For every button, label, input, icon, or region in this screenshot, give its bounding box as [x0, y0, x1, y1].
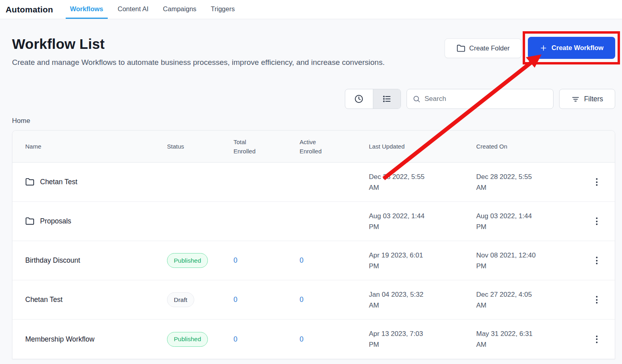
active-enrolled-link[interactable]: 0: [300, 296, 304, 304]
header-actions: Create Folder Create Workflow: [445, 37, 615, 59]
tab-content-ai[interactable]: Content AI: [113, 0, 153, 19]
column-header-total-enrolled: Total Enrolled: [234, 137, 266, 156]
create-folder-button[interactable]: Create Folder: [445, 38, 521, 58]
table-row[interactable]: Membership Workflow Published 0 0 Apr 13…: [12, 320, 615, 359]
view-toggle: [345, 89, 401, 109]
last-updated-value: Apr 13 2023, 7:03 PM: [369, 328, 434, 350]
row-menu-button[interactable]: [592, 293, 601, 307]
folder-icon: [25, 177, 34, 187]
search-icon: [413, 95, 421, 103]
tab-campaigns[interactable]: Campaigns: [159, 0, 201, 19]
top-navigation-bar: Automation Workflows Content AI Campaign…: [0, 0, 622, 19]
status-badge: Published: [167, 253, 208, 268]
table-row[interactable]: Chetan Test Draft 0 0 Jan 04 2023, 5:32 …: [12, 280, 615, 320]
created-on-value: Aug 03 2022, 1:44 PM: [476, 211, 541, 232]
clock-icon: [354, 94, 364, 104]
table-row[interactable]: Birthday Discount Published 0 0 Apr 19 2…: [12, 241, 615, 280]
create-folder-label: Create Folder: [469, 44, 510, 52]
tab-content-ai-label: Content AI: [118, 5, 149, 13]
active-enrolled-link[interactable]: 0: [300, 335, 304, 343]
list-icon: [382, 94, 392, 104]
tab-workflows-label: Workflows: [70, 5, 103, 13]
row-name[interactable]: Proposals: [40, 217, 71, 225]
active-enrolled-link[interactable]: 0: [300, 256, 304, 264]
tab-campaigns-label: Campaigns: [163, 5, 196, 13]
status-badge: Draft: [167, 292, 194, 307]
search-input[interactable]: [425, 95, 548, 103]
created-on-value: Dec 27 2022, 4:05 AM: [476, 289, 541, 311]
row-menu-button[interactable]: [592, 332, 601, 346]
search-box: [407, 89, 554, 109]
created-on-value: Nov 08 2021, 12:40 PM: [476, 250, 541, 271]
app-title: Automation: [0, 5, 53, 14]
main-content: Workflow List Create and manage Workflow…: [0, 19, 622, 364]
last-updated-value: Dec 28 2022, 5:55 AM: [369, 171, 434, 193]
create-workflow-label: Create Workflow: [552, 44, 604, 52]
last-updated-value: Aug 03 2022, 1:44 PM: [369, 211, 434, 232]
created-on-value: May 31 2022, 6:31 AM: [476, 328, 541, 350]
row-menu-button[interactable]: [592, 175, 601, 189]
row-name[interactable]: Birthday Discount: [25, 256, 80, 265]
row-menu-button[interactable]: [592, 253, 601, 267]
table-row[interactable]: Chetan Test Dec 28 2022, 5:55 AM Dec 28 …: [12, 163, 615, 202]
page-header: Workflow List Create and manage Workflow…: [12, 19, 615, 69]
tab-triggers[interactable]: Triggers: [206, 0, 239, 19]
total-enrolled-link[interactable]: 0: [234, 296, 238, 304]
folder-icon: [25, 217, 34, 226]
row-name[interactable]: Chetan Test: [40, 178, 77, 186]
total-enrolled-link[interactable]: 0: [234, 335, 238, 343]
nav-tabs: Workflows Content AI Campaigns Triggers: [66, 0, 245, 19]
total-enrolled-link[interactable]: 0: [234, 256, 238, 264]
table-row[interactable]: Proposals Aug 03 2022, 1:44 PM Aug 03 20…: [12, 202, 615, 241]
table-header-row: Name Status Total Enrolled Active Enroll…: [12, 131, 615, 163]
page-description: Create and manage Workflows to automate …: [12, 56, 413, 69]
history-view-button[interactable]: [345, 89, 373, 109]
column-header-active-enrolled: Active Enrolled: [300, 137, 332, 156]
last-updated-value: Apr 19 2023, 6:01 PM: [369, 250, 434, 271]
column-header-created-on: Created On: [476, 142, 592, 151]
table-toolbar: Filters: [12, 89, 615, 109]
row-name[interactable]: Membership Workflow: [25, 335, 95, 344]
tab-workflows[interactable]: Workflows: [66, 0, 108, 19]
filters-button[interactable]: Filters: [559, 89, 615, 109]
filter-icon: [571, 95, 580, 103]
last-updated-value: Jan 04 2023, 5:32 AM: [369, 289, 434, 311]
tab-triggers-label: Triggers: [211, 5, 235, 13]
plus-icon: [539, 44, 548, 52]
row-name[interactable]: Chetan Test: [25, 296, 62, 304]
column-header-status: Status: [167, 142, 234, 151]
filters-label: Filters: [584, 95, 603, 103]
list-view-button[interactable]: [373, 89, 401, 109]
created-on-value: Dec 28 2022, 5:55 AM: [476, 171, 541, 193]
workflow-table: Name Status Total Enrolled Active Enroll…: [12, 130, 615, 359]
breadcrumb[interactable]: Home: [12, 117, 615, 125]
column-header-name: Name: [25, 142, 167, 151]
folder-icon: [457, 44, 465, 53]
status-badge: Published: [167, 332, 208, 347]
column-header-last-updated: Last Updated: [369, 142, 476, 151]
create-workflow-button[interactable]: Create Workflow: [528, 37, 615, 59]
row-menu-button[interactable]: [592, 214, 601, 228]
